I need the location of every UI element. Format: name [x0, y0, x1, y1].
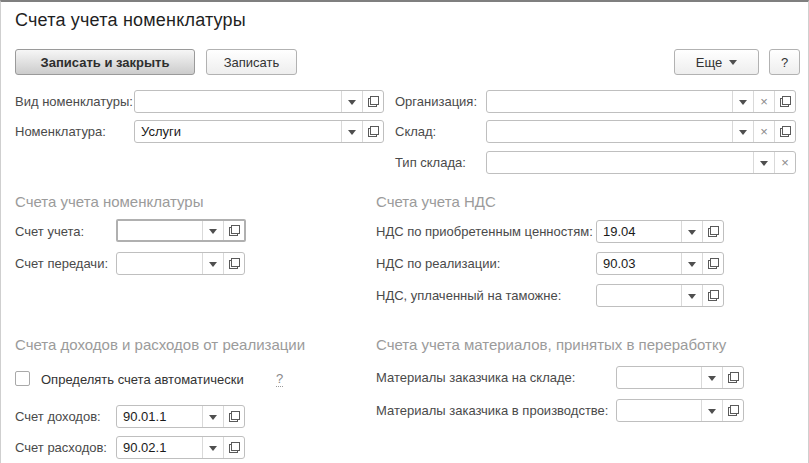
schet-ucheta-input[interactable] [118, 221, 202, 240]
vid-nomenklatury-input[interactable] [135, 91, 341, 112]
dropdown-button[interactable] [681, 221, 702, 242]
section-title-materials: Счета учета материалов, принятых в перер… [376, 336, 726, 353]
chevron-down-icon [209, 229, 217, 234]
materialy-na-sklade-input[interactable] [617, 367, 701, 388]
dropdown-button[interactable] [753, 152, 774, 173]
open-button[interactable] [362, 121, 383, 142]
materialy-v-proizvodstve-field[interactable] [616, 399, 744, 422]
chevron-down-icon [688, 262, 696, 267]
schet-rashodov-input[interactable] [117, 437, 202, 458]
open-icon [368, 126, 379, 137]
dropdown-button[interactable] [202, 253, 223, 274]
chevron-down-icon [209, 415, 217, 420]
dropdown-button[interactable] [341, 91, 362, 112]
open-button[interactable] [362, 91, 383, 112]
clear-icon: × [760, 95, 768, 108]
vid-nomenklatury-label: Вид номенклатуры: [15, 94, 133, 109]
dropdown-button[interactable] [701, 367, 722, 388]
more-button-label: Еще [696, 55, 722, 70]
clear-button[interactable]: × [774, 152, 795, 173]
help-button[interactable]: ? [769, 49, 800, 75]
nds-realizacii-field[interactable] [596, 252, 724, 275]
chevron-down-icon [739, 130, 747, 135]
nds-priobretennym-input[interactable] [597, 221, 681, 242]
open-button[interactable] [702, 285, 723, 306]
materialy-na-sklade-field[interactable] [616, 366, 744, 389]
dropdown-button[interactable] [202, 406, 223, 427]
nds-tamozhne-input[interactable] [597, 285, 681, 306]
section-title-income-expense: Счета доходов и расходов от реализации [15, 336, 305, 353]
open-button[interactable] [774, 121, 795, 142]
schet-rashodov-field[interactable] [116, 436, 245, 459]
auto-accounts-checkbox-label[interactable]: Определять счета автоматически [41, 372, 244, 387]
organizaciya-input[interactable] [487, 91, 732, 112]
dropdown-button[interactable] [681, 285, 702, 306]
nds-priobretennym-label: НДС по приобретенным ценностям: [376, 224, 593, 239]
materialy-v-proizvodstve-label: Материалы заказчика в производстве: [376, 403, 608, 418]
auto-accounts-help-link[interactable]: ? [276, 372, 283, 387]
open-icon [229, 411, 240, 422]
open-button[interactable] [223, 221, 244, 240]
sklad-field[interactable]: × [486, 120, 796, 143]
tip-sklada-field[interactable]: × [486, 151, 796, 174]
sklad-label: Склад: [395, 124, 436, 139]
nds-realizacii-input[interactable] [597, 253, 681, 274]
open-button[interactable] [702, 253, 723, 274]
organizaciya-field[interactable]: × [486, 90, 796, 113]
materialy-v-proizvodstve-input[interactable] [617, 400, 701, 421]
dropdown-button[interactable] [701, 400, 722, 421]
schet-dohodov-input[interactable] [117, 406, 202, 427]
open-icon [229, 258, 240, 269]
more-button[interactable]: Еще [674, 49, 759, 75]
materialy-na-sklade-label: Материалы заказчика на складе: [376, 370, 575, 385]
nomenklatura-input[interactable] [135, 121, 341, 142]
open-button[interactable] [223, 437, 244, 458]
schet-ucheta-field[interactable] [116, 219, 246, 242]
save-button[interactable]: Записать [206, 49, 297, 75]
open-button[interactable] [702, 221, 723, 242]
auto-accounts-checkbox[interactable] [15, 371, 30, 386]
dropdown-button[interactable] [681, 253, 702, 274]
organizaciya-label: Организация: [395, 94, 477, 109]
schet-peredachi-label: Счет передачи: [15, 256, 108, 271]
clear-icon: × [760, 125, 768, 138]
open-button[interactable] [722, 367, 743, 388]
dropdown-button[interactable] [202, 437, 223, 458]
open-icon [728, 405, 739, 416]
open-icon [708, 226, 719, 237]
chevron-down-icon [739, 100, 747, 105]
nds-tamozhne-field[interactable] [596, 284, 724, 307]
dropdown-button[interactable] [202, 221, 223, 240]
dropdown-button[interactable] [341, 121, 362, 142]
sklad-input[interactable] [487, 121, 732, 142]
open-button[interactable] [223, 406, 244, 427]
chevron-down-icon [760, 161, 768, 166]
open-icon [708, 258, 719, 269]
schet-peredachi-input[interactable] [117, 253, 202, 274]
dropdown-button[interactable] [732, 91, 753, 112]
chevron-down-icon [348, 100, 356, 105]
page-title: Счета учета номенклатуры [15, 10, 246, 31]
nomenklatura-field[interactable] [134, 120, 384, 143]
chevron-down-icon [209, 446, 217, 451]
open-icon [229, 442, 240, 453]
schet-ucheta-label: Счет учета: [15, 224, 84, 239]
open-button[interactable] [223, 253, 244, 274]
schet-dohodov-field[interactable] [116, 405, 245, 428]
chevron-down-icon [688, 230, 696, 235]
tip-sklada-input[interactable] [487, 152, 753, 173]
schet-rashodov-label: Счет расходов: [15, 440, 107, 455]
schet-peredachi-field[interactable] [116, 252, 245, 275]
section-title-vat-accounts: Счета учета НДС [376, 193, 496, 210]
clear-button[interactable]: × [753, 91, 774, 112]
save-and-close-button[interactable]: Записать и закрыть [15, 49, 195, 75]
open-button[interactable] [774, 91, 795, 112]
open-button[interactable] [722, 400, 743, 421]
nds-priobretennym-field[interactable] [596, 220, 724, 243]
chevron-down-icon [708, 409, 716, 414]
vid-nomenklatury-field[interactable] [134, 90, 384, 113]
tip-sklada-label: Тип склада: [395, 155, 466, 170]
open-icon [728, 372, 739, 383]
clear-button[interactable]: × [753, 121, 774, 142]
dropdown-button[interactable] [732, 121, 753, 142]
